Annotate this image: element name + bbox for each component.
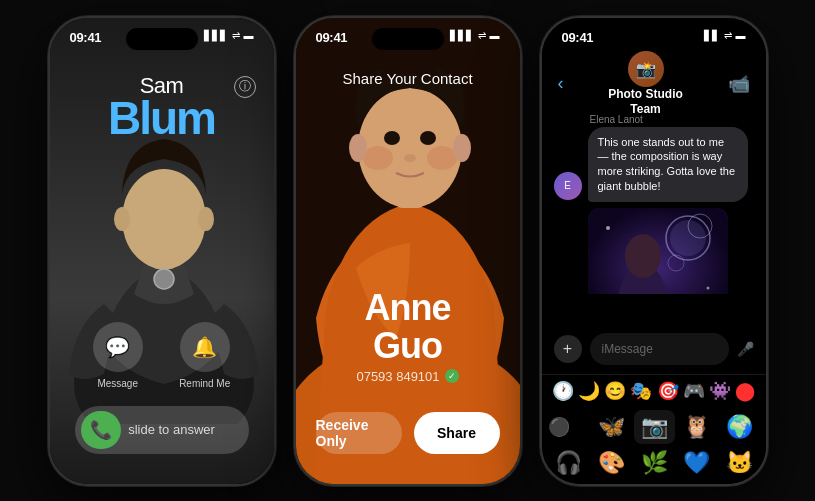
status-bar: 09:41 ▋▋▋ ⇌ ▬	[50, 18, 274, 62]
message-label: Message	[97, 378, 138, 389]
volume-down-button	[294, 136, 296, 164]
svg-point-10	[363, 146, 393, 170]
sticker-camera[interactable]: 📷	[634, 410, 675, 444]
remind-label: Remind Me	[179, 378, 230, 389]
sticker-cat[interactable]: 🐱	[719, 446, 760, 480]
message-input-area: + iMessage 🎤	[542, 324, 766, 374]
svg-point-13	[453, 134, 471, 162]
sticker-headphones[interactable]: 🎧	[548, 446, 590, 480]
call-actions: 💬 Message 🔔 Remind Me	[50, 322, 274, 389]
contact-first-name: Anne	[365, 287, 451, 328]
nav-center: 📸 Photo Studio Team	[601, 51, 691, 116]
input-placeholder: iMessage	[602, 342, 653, 356]
sticker-art[interactable]: 🎨	[592, 446, 633, 480]
phone-number-row: 07593 849101 ✓	[296, 369, 520, 384]
contact-last-name: Guo	[373, 325, 442, 366]
slide-text: slide to answer	[101, 422, 243, 437]
messages-list: Elena Lanot E This one stands out to me …	[542, 106, 766, 294]
contact-name-area: Anne Guo 07593 849101 ✓	[296, 289, 520, 384]
phone-share-contact: 09:41 ▋▋▋ ⇌ ▬ Share Your Contact Anne Gu…	[294, 16, 522, 486]
remind-action[interactable]: 🔔 Remind Me	[179, 322, 230, 389]
remind-icon-circle: 🔔	[180, 322, 230, 372]
sticker-owl[interactable]: 🦉	[677, 410, 718, 444]
status-icons: ▋▋▋ ⇌ ▬	[450, 30, 500, 41]
battery-icon: ▬	[736, 30, 746, 41]
battery-icon: ▬	[490, 30, 500, 41]
svg-point-15	[420, 131, 436, 145]
sticker-heart[interactable]: 💙	[677, 446, 718, 480]
side-button	[766, 108, 768, 163]
slide-to-answer-bar[interactable]: 📞 slide to answer	[75, 406, 249, 454]
message-photo-bubble: ⬇	[588, 208, 728, 294]
message-bubble-text: This one stands out to me — the composit…	[588, 127, 748, 202]
message-action[interactable]: 💬 Message	[93, 322, 143, 389]
emoji-row: 🕐 🌙 😊 🎭 🎯 🎮 👾 ⬤	[542, 374, 766, 408]
emoji-face1[interactable]: 🎭	[630, 380, 652, 402]
emoji-face4[interactable]: 👾	[709, 380, 731, 402]
photo-content: ⬇	[588, 208, 728, 294]
svg-point-20	[625, 234, 661, 278]
voice-message-icon[interactable]: 🎤	[737, 341, 754, 357]
info-icon[interactable]: ⓘ	[234, 76, 256, 98]
svg-point-3	[114, 207, 130, 231]
svg-point-14	[384, 131, 400, 145]
back-chevron-icon: ‹	[558, 73, 564, 94]
emoji-red[interactable]: ⬤	[735, 380, 755, 402]
side-button	[274, 108, 276, 163]
sticker-orb[interactable]: ⚫⬤	[548, 410, 590, 444]
signal-icon: ▋▋▋	[204, 30, 228, 41]
emoji-moon[interactable]: 🌙	[578, 380, 600, 402]
contact-phone-number: 07593 849101	[356, 369, 439, 384]
status-time: 09:41	[316, 30, 348, 45]
wifi-icon: ⇌	[478, 30, 486, 41]
emoji-face2[interactable]: 🎯	[657, 380, 679, 402]
svg-point-26	[706, 286, 709, 289]
sticker-earth[interactable]: 🌍	[719, 410, 760, 444]
status-time: 09:41	[70, 30, 102, 45]
svg-point-11	[427, 146, 457, 170]
signal-icon: ▋▋	[704, 30, 720, 41]
caller-last-name: Blum	[108, 95, 215, 141]
status-time: 09:41	[562, 30, 594, 45]
phone-incoming-call: 09:41 ▋▋▋ ⇌ ▬ ⓘ Sam Blum 💬 Message 🔔 Rem…	[48, 16, 276, 486]
facetime-icon[interactable]: 📹	[728, 73, 750, 95]
stickers-panel: ⚫⬤ 🦋 📷 🦉 🌍 🎧 🎨 🌿 💙 🐱	[542, 406, 766, 484]
message-icon-circle: 💬	[93, 322, 143, 372]
signal-icon: ▋▋▋	[450, 30, 474, 41]
wifi-icon: ⇌	[724, 30, 732, 41]
share-buttons: Receive Only Share	[316, 412, 500, 454]
share-contact-title: Share Your Contact	[296, 70, 520, 87]
side-button	[520, 108, 522, 163]
emoji-clock[interactable]: 🕐	[552, 380, 574, 402]
contact-name: Anne Guo	[296, 289, 520, 365]
phone-messages: 09:41 ▋▋ ⇌ ▬ ‹ 📸 Photo Studio Team 📹 Ele…	[540, 16, 768, 486]
share-button[interactable]: Share	[414, 412, 500, 454]
message-input-field[interactable]: iMessage	[590, 333, 729, 365]
emoji-smile[interactable]: 😊	[604, 380, 626, 402]
add-content-button[interactable]: +	[554, 335, 582, 363]
status-icons: ▋▋ ⇌ ▬	[704, 30, 746, 41]
svg-point-25	[606, 226, 610, 230]
battery-icon: ▬	[244, 30, 254, 41]
wifi-icon: ⇌	[232, 30, 240, 41]
receive-only-button[interactable]: Receive Only	[316, 412, 402, 454]
svg-point-5	[154, 269, 174, 289]
back-button[interactable]: ‹	[558, 73, 564, 94]
sticker-leaf[interactable]: 🌿	[634, 446, 675, 480]
messages-nav: ‹ 📸 Photo Studio Team 📹	[542, 62, 766, 106]
svg-point-12	[349, 134, 367, 162]
svg-point-2	[122, 169, 206, 269]
message-row-text: E This one stands out to me — the compos…	[554, 127, 754, 202]
group-name: Photo Studio Team	[601, 87, 691, 116]
verified-icon: ✓	[445, 369, 459, 383]
sticker-butterfly[interactable]: 🦋	[592, 410, 633, 444]
emoji-face3[interactable]: 🎮	[683, 380, 705, 402]
status-bar: 09:41 ▋▋▋ ⇌ ▬	[296, 18, 520, 62]
svg-point-4	[198, 207, 214, 231]
status-icons: ▋▋▋ ⇌ ▬	[204, 30, 254, 41]
group-avatar: 📸	[628, 51, 664, 87]
svg-point-16	[404, 154, 416, 162]
sender-avatar: E	[554, 172, 582, 200]
message-row-photo: ⬇	[588, 208, 754, 294]
volume-up-button	[294, 98, 296, 126]
